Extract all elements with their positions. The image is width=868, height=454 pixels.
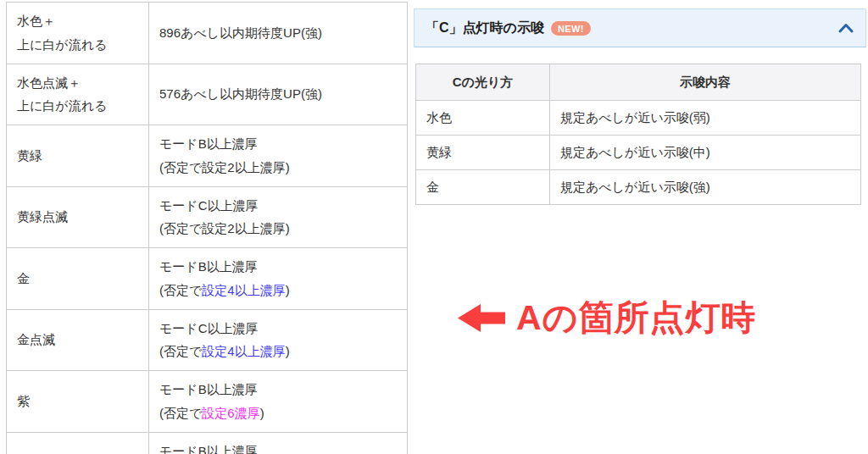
annotation-text: Aの箇所点灯時: [516, 295, 757, 341]
meaning-line1: モードB以上濃厚: [159, 132, 397, 156]
light-pattern-cell: 紫点滅: [7, 432, 149, 454]
table-row: 紫点滅 モードB以上濃厚 (否定で設定6濃厚): [7, 432, 408, 454]
meaning-line2-prefix: (否定で: [159, 406, 202, 420]
meaning-cell: 規定あべしが近い示唆(中): [550, 136, 861, 170]
meaning-line1: モードC以上濃厚: [159, 317, 397, 340]
meaning-line2: (否定で設定4以上濃厚): [159, 279, 397, 302]
meaning-line2: (否定で設定6濃厚): [159, 401, 397, 425]
table-header-row: Cの光り方 示唆内容: [416, 64, 861, 101]
new-badge: NEW!: [551, 21, 591, 36]
meaning-line2-suffix: ): [286, 283, 290, 297]
column-header-pattern: Cの光り方: [416, 64, 550, 101]
c-light-table: Cの光り方 示唆内容 水色 規定あべしが近い示唆(弱) 黄緑 規定あべしが近い示…: [415, 64, 861, 205]
light-pattern-cell: 金: [416, 170, 550, 205]
light-pattern-cell: 紫: [7, 371, 149, 433]
meaning-line2: (否定で設定4以上濃厚): [159, 340, 397, 363]
light-pattern-cell: 金: [7, 248, 149, 310]
meaning-cell: モードB以上濃厚 (否定で設定6濃厚): [149, 432, 408, 454]
table-row: 紫 モードB以上濃厚 (否定で設定6濃厚): [7, 371, 408, 433]
meaning-cell: モードC以上濃厚 (否定で設定4以上濃厚): [149, 309, 408, 371]
light-pattern-cell: 黄緑: [416, 136, 550, 170]
meaning-text: 896あべし以内期待度UP(強): [159, 21, 397, 45]
table-row: 金 モードB以上濃厚 (否定で設定4以上濃厚): [7, 248, 408, 310]
table-row: 水色点滅＋ 上に白が流れる 576あべし以内期待度UP(強): [7, 64, 408, 125]
light-pattern-cell: 水色＋ 上に白が流れる: [7, 3, 149, 64]
annotation-a-light: Aの箇所点灯時: [458, 295, 757, 341]
page: { "colors": { "link-blue": "#3b3bf2", "l…: [0, 0, 868, 454]
meaning-line2: (否定で設定2以上濃厚): [159, 217, 397, 241]
c-light-section: 「C」点灯時の示唆 NEW! Cの光り方 示唆内容 水色 規定あべしが近い示唆(…: [414, 8, 866, 205]
meaning-cell: 896あべし以内期待度UP(強): [149, 3, 408, 64]
left-arrow-icon: [458, 302, 505, 334]
meaning-cell: モードB以上濃厚 (否定で設定4以上濃厚): [149, 248, 408, 310]
section-header-toggle[interactable]: 「C」点灯時の示唆 NEW!: [414, 8, 866, 47]
meaning-cell: モードC以上濃厚 (否定で設定2以上濃厚): [149, 186, 408, 248]
meaning-cell: 規定あべしが近い示唆(弱): [550, 101, 861, 136]
meaning-line1: モードC以上濃厚: [159, 194, 397, 218]
table-row: 金点滅 モードC以上濃厚 (否定で設定4以上濃厚): [7, 309, 408, 371]
table-row: 水色＋ 上に白が流れる 896あべし以内期待度UP(強): [7, 3, 408, 64]
meaning-cell: モードB以上濃厚 (否定で設定2以上濃厚): [149, 125, 408, 187]
table-row: 黄緑 モードB以上濃厚 (否定で設定2以上濃厚): [7, 125, 408, 187]
meaning-text: 576あべし以内期待度UP(強): [159, 82, 397, 106]
light-pattern-cell: 水色: [416, 101, 550, 136]
table-row: 黄緑 規定あべしが近い示唆(中): [416, 136, 861, 170]
light-pattern-cell: 水色点滅＋ 上に白が流れる: [7, 64, 149, 125]
setting4-link[interactable]: 設定4以上濃厚: [202, 283, 285, 297]
meaning-line1: モードB以上濃厚: [159, 440, 397, 454]
meaning-line2-suffix: ): [260, 406, 264, 420]
meaning-cell: モードB以上濃厚 (否定で設定6濃厚): [149, 371, 408, 433]
column-header-meaning: 示唆内容: [550, 64, 861, 101]
meaning-line2-prefix: (否定で: [159, 344, 202, 358]
light-pattern-cell: 黄緑点滅: [7, 186, 149, 248]
light-pattern-cell: 黄緑: [7, 125, 149, 187]
table-row: 金 規定あべしが近い示唆(強): [416, 170, 861, 205]
table-row: 黄緑点滅 モードC以上濃厚 (否定で設定2以上濃厚): [7, 186, 408, 248]
chevron-up-icon[interactable]: [837, 22, 854, 34]
table-row: 水色 規定あべしが近い示唆(弱): [416, 101, 861, 136]
setting4-link[interactable]: 設定4以上濃厚: [202, 344, 285, 358]
section-title: 「C」点灯時の示唆: [426, 19, 544, 37]
light-pattern-cell: 金点滅: [7, 309, 149, 371]
meaning-cell: 規定あべしが近い示唆(強): [550, 170, 861, 205]
meaning-line2: (否定で設定2以上濃厚): [159, 156, 397, 180]
meaning-line2-suffix: ): [286, 344, 290, 358]
light-pattern-table: 水色＋ 上に白が流れる 896あべし以内期待度UP(強) 水色点滅＋ 上に白が流…: [6, 2, 408, 454]
meaning-line1: モードB以上濃厚: [159, 255, 397, 279]
setting6-link[interactable]: 設定6濃厚: [202, 406, 259, 420]
meaning-line2-prefix: (否定で: [159, 283, 202, 297]
meaning-line1: モードB以上濃厚: [159, 378, 397, 401]
meaning-cell: 576あべし以内期待度UP(強): [149, 64, 408, 125]
